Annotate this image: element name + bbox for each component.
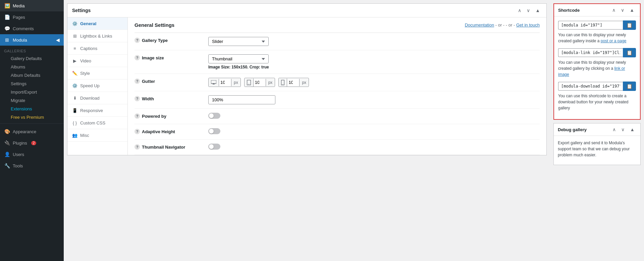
powered-by-toggle[interactable] [208,113,220,119]
gutter-tablet-input[interactable] [254,78,266,87]
shortcode-basic-desc-link[interactable]: post or a page [601,39,627,43]
width-help-icon[interactable]: ? [135,96,140,101]
sidebar-item-media[interactable]: 🖼️ Media [0,0,64,11]
sidebar-sub-album-defaults[interactable]: Album Defaults [0,71,64,80]
debug-widget-header: Debug gallery ∧ ∨ ▲ [554,123,640,136]
gutter-row: ? Gutter px [135,74,540,91]
shortcode-basic-desc: You can use this to display your newly c… [558,32,636,44]
width-control [208,95,540,104]
settings-collapse-down-btn[interactable]: ∨ [525,7,532,14]
thumbnail-navigator-toggle[interactable] [208,144,220,150]
image-size-help-icon[interactable]: ? [135,55,140,60]
image-size-label: ? Image size [135,54,208,60]
adaptive-height-control [208,128,540,135]
sidebar-sub-extensions[interactable]: Extensions [0,105,64,113]
shortcode-link-copy-btn[interactable]: 📋 [623,48,636,57]
shortcode-basic-row: 📋 You can use this to display your newly… [558,20,636,44]
sidebar-item-users[interactable]: 👤 Users [0,149,64,160]
sidebar-sub-settings[interactable]: Settings [0,80,64,88]
sidebar-sub-albums[interactable]: Albums [0,63,64,71]
sidebar-item-pages[interactable]: 📄 Pages [0,11,64,23]
nav-item-misc[interactable]: 👥 Misc [67,129,127,142]
nav-item-label: Misc [80,133,89,138]
nav-item-label: General [80,21,96,26]
shortcode-basic-copy-btn[interactable]: 📋 [623,20,636,30]
nav-item-custom-css[interactable]: { } Custom CSS [67,117,127,129]
tablet-icon [245,79,254,87]
shortcode-download-copy-btn[interactable]: 📋 [623,82,636,91]
nav-item-label: Captions [80,46,97,51]
thumbnail-navigator-help-icon[interactable]: ? [135,144,140,150]
shortcode-widget-title: Shortcode [558,8,580,13]
gutter-desktop-input[interactable] [219,78,231,87]
get-in-touch-link[interactable]: Get in touch [516,22,540,28]
gallery-type-select[interactable]: Slider Custom Grid Masonry [208,37,269,46]
nav-item-download[interactable]: ⬇ Download [67,92,127,104]
nav-item-lightbox[interactable]: ⊞ Lightbox & Links [67,30,127,42]
or-text: - or - [495,22,504,28]
shortcode-toggle-btn[interactable]: ▲ [628,7,636,13]
gutter-mobile-input[interactable] [287,78,299,87]
gallery-type-label-text: Gallery Type [142,38,168,43]
nav-item-captions[interactable]: ≡ Captions [67,42,127,55]
sidebar-item-tools[interactable]: 🔧 Tools [0,160,64,171]
sidebar-sub-import-export[interactable]: Import/Export [0,88,64,96]
debug-widget-controls: ∧ ∨ ▲ [611,126,636,133]
sidebar-item-label: Users [13,152,24,157]
sidebar-item-appearance[interactable]: 🎨 Appearance [0,126,64,137]
modula-arrow-icon: ◀ [56,37,60,43]
shortcode-download-input[interactable] [558,82,623,91]
debug-collapse-up-btn[interactable]: ∧ [611,126,618,133]
svg-rect-2 [213,83,214,84]
sidebar-divider [0,123,64,124]
sidebar-sub-gallery-defaults[interactable]: Gallery Defaults [0,54,64,63]
nav-item-responsive[interactable]: 📱 Responsive [67,104,127,117]
nav-item-label: Lightbox & Links [80,34,112,39]
settings-header: Settings ∧ ∨ ▲ [67,4,546,17]
settings-title: Settings [72,8,91,13]
gutter-desktop: px [208,78,241,87]
powered-by-help-icon[interactable]: ? [135,113,140,119]
sidebar-item-modula[interactable]: ⊞ Modula ◀ [0,34,64,46]
shortcode-link-input[interactable] [558,48,623,57]
settings-collapse-up-btn[interactable]: ∧ [516,7,523,14]
settings-panel: Settings ∧ ∨ ▲ ⚙️ General ⊞ Lightbox & [67,3,547,155]
powered-by-row: ? Powered by [135,109,540,124]
nav-item-video[interactable]: ▶ Video [67,55,127,67]
gutter-tablet: px [244,78,275,87]
sidebar-item-comments[interactable]: 💬 Comments [0,23,64,34]
width-input[interactable] [208,95,275,104]
shortcode-basic-input[interactable] [558,21,623,30]
thumbnail-navigator-toggle-thumb [209,144,214,149]
misc-nav-icon: 👥 [72,133,77,138]
settings-content-links: Documentation - or - - or - Get in touch [465,22,540,28]
gallery-type-help-icon[interactable]: ? [135,38,140,43]
adaptive-height-toggle[interactable] [208,128,220,134]
nav-item-style[interactable]: ✏️ Style [67,67,127,80]
shortcode-basic-input-row: 📋 [558,20,636,30]
debug-description: Export gallery and send it to Modula's s… [558,140,636,161]
image-size-select[interactable]: Thumbnail Medium Large Full [208,54,269,63]
gutter-label: ? Gutter [135,78,208,84]
adaptive-height-help-icon[interactable]: ? [135,129,140,134]
sidebar-sub-free-vs-premium[interactable]: Free vs Premium [0,113,64,121]
nav-item-speed-up[interactable]: ⚙️ Speed Up [67,80,127,92]
settings-toggle-btn[interactable]: ▲ [534,7,542,14]
debug-collapse-down-btn[interactable]: ∨ [620,126,626,133]
width-row: ? Width [135,91,540,109]
documentation-link[interactable]: Documentation [465,22,494,28]
nav-item-label: Responsive [80,108,103,113]
sidebar-item-plugins[interactable]: 🔌 Plugins 2 [0,137,64,149]
shortcode-collapse-down-btn[interactable]: ∨ [619,7,626,13]
nav-item-general[interactable]: ⚙️ General [67,17,127,30]
debug-toggle-btn[interactable]: ▲ [628,126,636,133]
shortcode-collapse-up-btn[interactable]: ∧ [610,7,617,13]
thumbnail-navigator-toggle-track [208,144,220,150]
gutter-help-icon[interactable]: ? [135,79,140,84]
main-area: Settings ∧ ∨ ▲ ⚙️ General ⊞ Lightbox & [64,0,644,261]
sidebar-sub-migrate[interactable]: Migrate [0,96,64,105]
gallery-type-row: ? Gallery Type Slider Custom Grid Masonr… [135,33,540,50]
right-panel: Shortcode ∧ ∨ ▲ 📋 You can use this to di… [550,0,644,261]
nav-item-label: Video [80,58,91,63]
thumbnail-navigator-control [208,144,540,151]
